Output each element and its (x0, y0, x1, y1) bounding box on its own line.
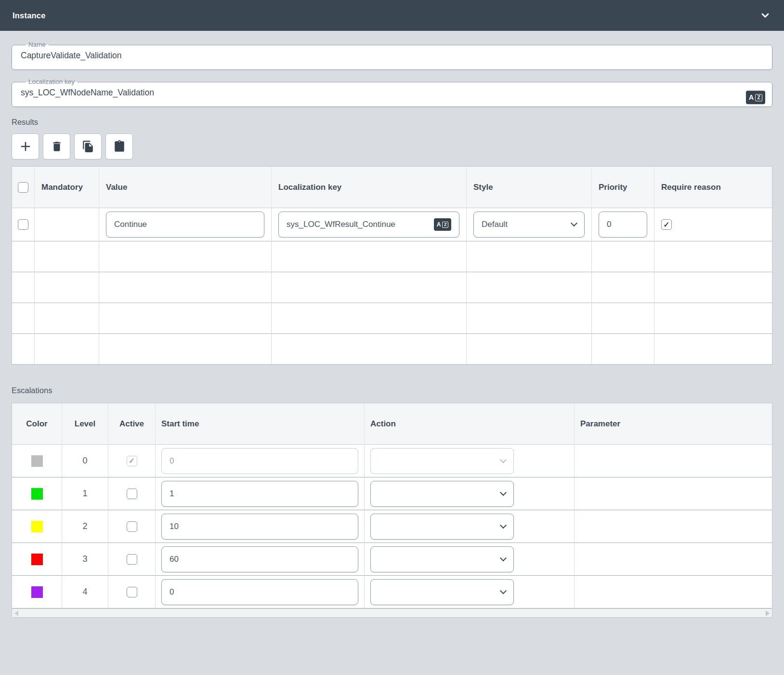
localization-key-field-value[interactable]: sys_LOC_WfNodeName_Validation (21, 88, 763, 98)
start-time-input[interactable]: 0 (161, 579, 358, 605)
style-cell: Default (467, 208, 592, 241)
chevron-down-icon (500, 522, 507, 529)
empty-cell (99, 303, 272, 334)
scroll-left-arrow-icon[interactable] (14, 610, 18, 616)
plus-icon (19, 140, 32, 153)
escalations-section-title: Escalations (12, 386, 772, 395)
chevron-down-icon (571, 220, 577, 226)
empty-cell (592, 272, 654, 303)
active-checkbox[interactable] (127, 587, 137, 597)
action-select[interactable] (370, 448, 514, 474)
results-header-style: Style (467, 167, 592, 208)
localization-key-input[interactable]: sys_LOC_WfResult_Continue A Z (278, 212, 459, 238)
level-cell: 4 (62, 576, 108, 609)
copy-icon (82, 140, 94, 153)
localization-key-field-label: Localization key (26, 79, 78, 86)
collapse-panel-button[interactable] (759, 9, 771, 22)
empty-cell (467, 334, 592, 365)
escalations-table-wrapper: Color Level Active Start time Action Par… (12, 403, 772, 618)
escalations-header-active: Active (108, 403, 156, 445)
priority-input[interactable]: 0 (599, 212, 647, 238)
delete-row-button[interactable] (43, 133, 70, 159)
results-header-select-all (12, 167, 35, 208)
empty-cell (272, 334, 467, 365)
results-header-require-reason: Require reason (654, 167, 772, 208)
empty-cell (467, 272, 592, 303)
chevron-down-icon (500, 456, 507, 463)
active-checkbox[interactable] (127, 554, 137, 565)
require-reason-cell (654, 208, 772, 241)
escalations-header-parameter: Parameter (575, 403, 772, 445)
priority-cell: 0 (592, 208, 654, 241)
parameter-cell (575, 576, 772, 609)
color-cell (12, 477, 62, 510)
name-field[interactable]: Name CaptureValidate_Validation (12, 41, 772, 70)
empty-cell (272, 303, 467, 334)
scroll-right-arrow-icon[interactable] (766, 610, 770, 616)
row-checkbox[interactable] (18, 219, 28, 230)
action-select[interactable] (370, 579, 514, 605)
value-cell: Continue (99, 208, 272, 241)
empty-cell (35, 334, 99, 365)
empty-cell (12, 303, 35, 334)
active-cell (108, 510, 156, 543)
start-time-cell: 1 (156, 477, 365, 510)
translate-icon: A Z (434, 218, 451, 231)
active-cell (108, 576, 156, 609)
escalations-header-level: Level (62, 403, 108, 445)
value-input[interactable]: Continue (106, 212, 264, 238)
panel-title: Instance (13, 11, 46, 20)
require-reason-checkbox[interactable] (661, 219, 672, 230)
empty-cell (467, 303, 592, 334)
start-time-cell: 0 (156, 445, 365, 477)
color-cell (12, 543, 62, 576)
color-cell (12, 576, 62, 609)
empty-cell (99, 334, 272, 365)
start-time-cell: 60 (156, 543, 365, 576)
style-select[interactable]: Default (473, 212, 585, 238)
results-header-localization-key: Localization key (272, 167, 467, 208)
escalations-header-action: Action (365, 403, 575, 445)
action-select[interactable] (370, 481, 514, 507)
active-cell (108, 543, 156, 576)
translate-icon: A Z (746, 91, 765, 105)
parameter-cell (575, 477, 772, 510)
horizontal-scrollbar[interactable] (12, 609, 772, 617)
color-cell (12, 445, 62, 477)
start-time-input[interactable]: 0 (161, 448, 358, 474)
results-table: Mandatory Value Localization key Style P… (12, 166, 772, 365)
results-header-priority: Priority (592, 167, 654, 208)
action-select[interactable] (370, 546, 514, 572)
paste-row-button[interactable] (105, 133, 133, 159)
localization-key-field[interactable]: Localization key sys_LOC_WfNodeName_Vali… (12, 79, 772, 107)
empty-cell (12, 334, 35, 365)
start-time-input[interactable]: 1 (161, 481, 358, 507)
copy-row-button[interactable] (74, 133, 102, 159)
parameter-cell (575, 543, 772, 576)
empty-cell (592, 241, 654, 272)
chevron-down-icon (500, 587, 507, 594)
action-cell (365, 445, 575, 477)
escalations-table: Color Level Active Start time Action Par… (12, 403, 772, 609)
mandatory-cell (35, 208, 99, 241)
escalations-header-start-time: Start time (156, 403, 365, 445)
level-cell: 0 (62, 445, 108, 477)
empty-cell (99, 272, 272, 303)
color-swatch (31, 521, 43, 532)
start-time-cell: 10 (156, 510, 365, 543)
action-select[interactable] (370, 514, 514, 540)
parameter-cell (575, 510, 772, 543)
results-header-mandatory: Mandatory (35, 167, 99, 208)
start-time-input[interactable]: 60 (161, 546, 358, 572)
start-time-input[interactable]: 10 (161, 514, 358, 540)
name-field-value[interactable]: CaptureValidate_Validation (21, 51, 763, 61)
add-row-button[interactable] (12, 133, 39, 159)
active-checkbox[interactable] (127, 456, 137, 466)
start-time-cell: 0 (156, 576, 365, 609)
active-checkbox[interactable] (127, 521, 137, 532)
level-cell: 3 (62, 543, 108, 576)
action-cell (365, 543, 575, 576)
empty-cell (654, 334, 772, 365)
select-all-checkbox[interactable] (18, 182, 28, 193)
active-checkbox[interactable] (127, 489, 137, 499)
